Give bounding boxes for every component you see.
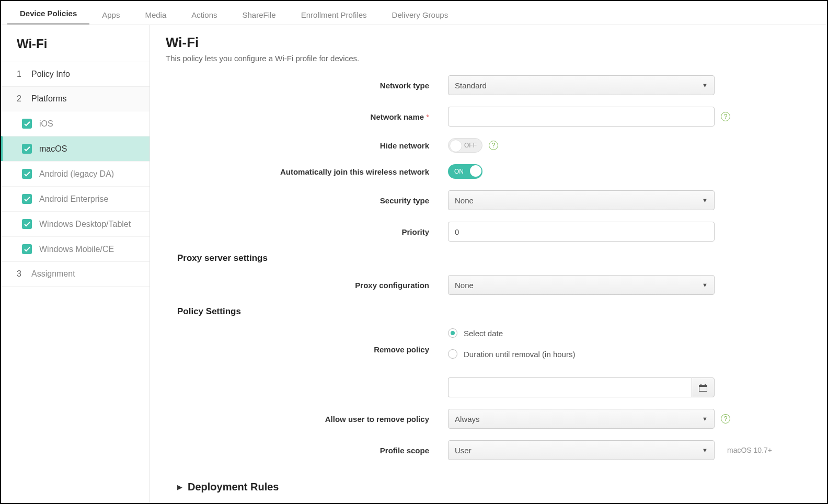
tab-device-policies[interactable]: Device Policies [7, 3, 89, 25]
page-description: This policy lets you configure a Wi-Fi p… [166, 54, 806, 63]
tab-delivery-groups[interactable]: Delivery Groups [380, 4, 461, 25]
svg-rect-3 [705, 384, 706, 386]
platform-macos[interactable]: macOS [1, 136, 150, 161]
platform-windows-mobile[interactable]: Windows Mobile/CE [1, 236, 150, 261]
select-security-type[interactable]: None ▼ [448, 190, 715, 210]
select-profile-scope[interactable]: User ▼ [448, 440, 715, 460]
chevron-down-icon: ▼ [702, 282, 708, 288]
step-platforms[interactable]: 2 Platforms [1, 86, 150, 111]
help-icon[interactable]: ? [489, 141, 498, 150]
step-label: Platforms [31, 94, 67, 104]
wizard-sidebar: Wi-Fi 1 Policy Info 2 Platforms iOS macO… [1, 25, 150, 503]
tab-apps[interactable]: Apps [89, 4, 132, 25]
chevron-down-icon: ▼ [702, 82, 708, 88]
select-network-type[interactable]: Standard ▼ [448, 75, 715, 95]
calendar-icon [699, 384, 707, 392]
platform-windows-desktop[interactable]: Windows Desktop/Tablet [1, 211, 150, 236]
top-tab-bar: Device Policies Apps Media Actions Share… [1, 1, 827, 25]
chevron-down-icon: ▼ [702, 447, 708, 453]
select-allow-remove[interactable]: Always ▼ [448, 409, 715, 429]
label-remove-policy: Remove policy [166, 345, 448, 354]
svg-rect-1 [699, 387, 707, 391]
platform-android-enterprise[interactable]: Android Enterprise [1, 186, 150, 211]
date-picker-button[interactable] [692, 377, 715, 397]
caret-right-icon: ▶ [177, 483, 182, 491]
toggle-auto-join[interactable]: ON [448, 164, 482, 179]
input-remove-date[interactable] [448, 377, 692, 397]
platform-label: Windows Mobile/CE [39, 245, 114, 254]
label-allow-remove: Allow user to remove policy [166, 415, 448, 423]
heading-proxy: Proxy server settings [177, 253, 806, 264]
input-network-name[interactable] [448, 107, 715, 127]
platform-label: iOS [39, 119, 53, 129]
deployment-rules-label: Deployment Rules [188, 481, 279, 493]
label-hide-network: Hide network [166, 141, 448, 150]
check-icon[interactable] [22, 169, 32, 179]
toggle-hide-network[interactable]: OFF [448, 138, 482, 153]
label-network-type: Network type [166, 81, 448, 90]
check-icon[interactable] [22, 144, 32, 154]
platform-label: Android Enterprise [39, 194, 109, 204]
hint-profile-scope: macOS 10.7+ [727, 446, 772, 454]
select-proxy-config[interactable]: None ▼ [448, 275, 715, 295]
input-priority[interactable]: 0 [448, 222, 715, 242]
check-icon[interactable] [22, 194, 32, 204]
sidebar-title: Wi-Fi [1, 25, 150, 62]
tab-sharefile[interactable]: ShareFile [230, 4, 289, 25]
platform-label: macOS [39, 144, 67, 154]
step-policy-info[interactable]: 1 Policy Info [1, 62, 150, 86]
radio-label: Duration until removal (in hours) [464, 350, 575, 359]
tab-actions[interactable]: Actions [179, 4, 229, 25]
radio-duration[interactable] [448, 349, 457, 359]
platform-android-legacy[interactable]: Android (legacy DA) [1, 161, 150, 186]
label-network-name: Network name* [166, 112, 448, 121]
label-priority: Priority [166, 227, 448, 236]
page-title: Wi-Fi [166, 35, 806, 51]
step-label: Policy Info [31, 70, 70, 79]
tab-media[interactable]: Media [132, 4, 179, 25]
label-auto-join: Automatically join this wireless network [166, 167, 448, 176]
platform-label: Android (legacy DA) [39, 169, 114, 179]
help-icon[interactable]: ? [721, 414, 730, 423]
heading-policy-settings: Policy Settings [177, 306, 806, 317]
chevron-down-icon: ▼ [702, 416, 708, 422]
check-icon[interactable] [22, 119, 32, 129]
platform-ios[interactable]: iOS [1, 111, 150, 136]
label-proxy-config: Proxy configuration [166, 281, 448, 290]
step-assignment[interactable]: 3 Assignment [1, 261, 150, 287]
label-security-type: Security type [166, 196, 448, 205]
svg-rect-2 [700, 384, 702, 386]
platform-label: Windows Desktop/Tablet [39, 220, 131, 229]
check-icon[interactable] [22, 244, 32, 254]
label-profile-scope: Profile scope [166, 446, 448, 455]
tab-enrollment-profiles[interactable]: Enrollment Profiles [289, 4, 380, 25]
check-icon[interactable] [22, 219, 32, 229]
help-icon[interactable]: ? [721, 112, 730, 121]
radio-select-date[interactable] [448, 328, 457, 338]
deployment-rules-toggle[interactable]: ▶ Deployment Rules [177, 481, 806, 493]
main-panel: Wi-Fi This policy lets you configure a W… [150, 25, 827, 503]
step-label: Assignment [31, 269, 75, 279]
radio-label: Select date [464, 329, 503, 338]
chevron-down-icon: ▼ [702, 197, 708, 203]
